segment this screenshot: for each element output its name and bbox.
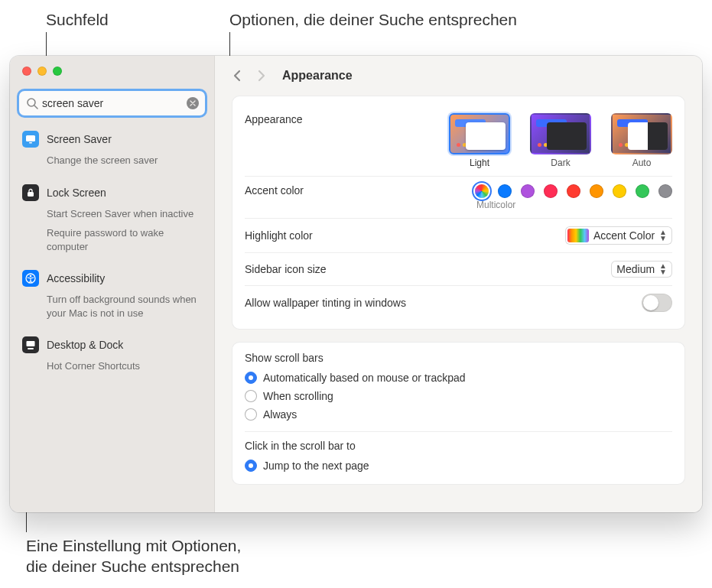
clear-search-button[interactable]	[187, 97, 199, 109]
svg-rect-8	[28, 348, 34, 349]
appearance-option-label: Light	[449, 158, 510, 168]
toolbar: Appearance	[215, 56, 702, 96]
window-controls	[10, 56, 214, 82]
zoom-icon[interactable]	[53, 67, 62, 76]
appearance-option-light[interactable]: Light	[449, 113, 510, 168]
scrollbars-option[interactable]: When scrolling	[245, 387, 672, 405]
result-head[interactable]: Accessibility	[15, 267, 210, 290]
svg-point-6	[30, 275, 32, 278]
scrollclick-title: Click in the scroll bar to	[245, 440, 672, 452]
result-title: Screen Saver	[47, 133, 112, 145]
highlight-label: Highlight color	[245, 229, 313, 242]
result-title: Lock Screen	[47, 187, 106, 199]
scrollbars-option[interactable]: Automatically based on mouse or trackpad	[245, 369, 672, 387]
back-button[interactable]	[229, 64, 245, 87]
accent-color-graphite[interactable]	[658, 184, 672, 198]
result-group: Desktop & DockHot Corner Shortcuts	[15, 333, 210, 376]
svg-rect-2	[26, 135, 35, 141]
scrollbars-section: Show scroll bars Automatically based on …	[245, 352, 672, 424]
search-results: Screen SaverChange the screen saverLock …	[10, 123, 214, 512]
lock-icon	[22, 184, 39, 201]
accent-colors	[475, 184, 672, 198]
appearance-thumb-icon	[611, 113, 672, 154]
accent-color-green[interactable]	[636, 184, 649, 198]
radio-label: Always	[263, 408, 297, 421]
settings-window: Screen SaverChange the screen saverLock …	[10, 56, 702, 512]
scrollclick-options: Jump to the next page	[245, 455, 672, 475]
appearance-option-label: Auto	[611, 158, 672, 168]
appearance-option-auto[interactable]: Auto	[611, 113, 672, 168]
result-title: Desktop & Dock	[47, 339, 123, 351]
highlight-swatch-icon	[567, 229, 589, 242]
radio-label: When scrolling	[263, 390, 333, 402]
scroll-card: Show scroll bars Automatically based on …	[232, 342, 685, 485]
callout-setting-with-options: Eine Einstellung mit Optionen, die deine…	[26, 535, 241, 577]
minimize-icon[interactable]	[37, 67, 47, 76]
accent-color-pink[interactable]	[544, 184, 558, 198]
radio-label: Automatically based on mouse or trackpad	[263, 372, 466, 384]
accent-color-purple[interactable]	[521, 184, 535, 198]
svg-rect-7	[27, 341, 35, 346]
radio-label: Jump to the next page	[263, 460, 369, 472]
appearance-option-dark[interactable]: Dark	[530, 113, 591, 168]
result-head[interactable]: Lock Screen	[15, 181, 210, 204]
accent-color-red[interactable]	[567, 184, 580, 198]
desktop-icon	[22, 336, 39, 353]
svg-rect-3	[29, 142, 32, 144]
result-sub[interactable]: Change the screen saver	[15, 151, 210, 171]
svg-rect-4	[28, 192, 34, 197]
appearance-thumb-icon	[449, 113, 510, 154]
scrollbars-title: Show scroll bars	[245, 352, 672, 364]
callout-searchfield: Suchfeld	[46, 9, 109, 30]
result-sub[interactable]: Require password to wake computer	[15, 223, 210, 256]
svg-line-1	[34, 106, 37, 109]
result-sub[interactable]: Hot Corner Shortcuts	[15, 356, 210, 376]
radio-icon	[245, 408, 257, 421]
scrollclick-option[interactable]: Jump to the next page	[245, 456, 672, 475]
radio-icon	[245, 372, 257, 384]
appearance-card: Appearance LightDarkAuto Accent color Mu…	[232, 96, 685, 330]
accessibility-icon	[22, 270, 39, 287]
page-title: Appearance	[282, 69, 353, 83]
highlight-color-select[interactable]: Accent Color ▲▼	[565, 226, 672, 245]
result-group: Screen SaverChange the screen saver	[15, 128, 210, 171]
accent-color-blue[interactable]	[498, 184, 512, 198]
sidebar-icon-size-label: Sidebar icon size	[245, 263, 327, 275]
close-icon[interactable]	[22, 67, 31, 76]
sidebar: Screen SaverChange the screen saverLock …	[10, 56, 215, 512]
result-sub[interactable]: Start Screen Saver when inactive	[15, 204, 210, 224]
accent-label: Accent color	[245, 184, 304, 197]
appearance-thumbs: LightDarkAuto	[449, 113, 672, 168]
radio-icon	[245, 460, 257, 472]
scrollclick-section: Click in the scroll bar to Jump to the n…	[245, 431, 672, 475]
scrollbars-option[interactable]: Always	[245, 405, 672, 424]
chevron-updown-icon: ▲▼	[659, 229, 667, 242]
highlight-value: Accent Color	[593, 229, 655, 242]
result-title: Accessibility	[47, 272, 105, 284]
main-panel: Appearance Appearance LightDarkAuto Acce…	[215, 56, 702, 512]
sidebar-icon-size-select[interactable]: Medium ▲▼	[611, 261, 672, 278]
scrollbars-options: Automatically based on mouse or trackpad…	[245, 367, 672, 424]
wallpaper-tint-label: Allow wallpaper tinting in windows	[245, 297, 406, 309]
accent-color-orange[interactable]	[590, 184, 603, 198]
accent-color-multicolor[interactable]	[475, 184, 489, 198]
wallpaper-tint-toggle[interactable]	[642, 294, 672, 312]
screensaver-icon	[22, 131, 39, 148]
search-input[interactable]	[19, 91, 205, 115]
search-icon	[26, 97, 38, 109]
appearance-option-label: Dark	[530, 158, 591, 168]
accent-color-yellow[interactable]	[613, 184, 626, 198]
content: Appearance LightDarkAuto Accent color Mu…	[215, 96, 702, 511]
chevron-updown-icon: ▲▼	[659, 263, 667, 275]
result-group: Lock ScreenStart Screen Saver when inact…	[15, 181, 210, 257]
result-head[interactable]: Desktop & Dock	[15, 333, 210, 356]
result-head[interactable]: Screen Saver	[15, 128, 210, 151]
sidebar-icon-size-value: Medium	[616, 263, 655, 275]
result-group: AccessibilityTurn off background sounds …	[15, 267, 210, 323]
forward-button[interactable]	[253, 64, 270, 87]
appearance-label: Appearance	[245, 113, 303, 125]
accent-selected-label: Multicolor	[476, 200, 672, 210]
result-sub[interactable]: Turn off background sounds when your Mac…	[15, 290, 210, 323]
radio-icon	[245, 390, 257, 402]
appearance-thumb-icon	[530, 113, 591, 154]
